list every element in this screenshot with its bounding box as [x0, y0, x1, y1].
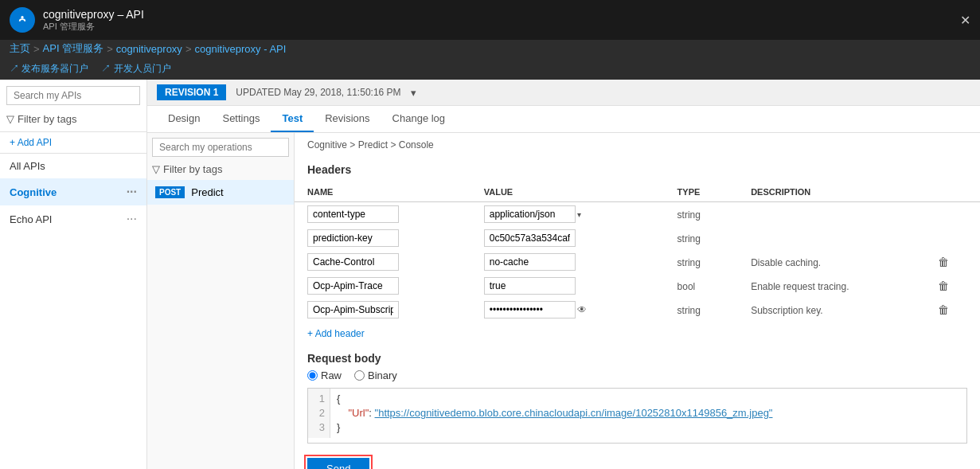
header-value-password-input[interactable]	[484, 301, 576, 319]
add-api-button[interactable]: + Add API	[0, 131, 146, 154]
tab-settings[interactable]: Settings	[211, 106, 271, 132]
line-numbers: 1 2 3	[308, 389, 330, 438]
search-apis-input[interactable]	[6, 86, 140, 105]
delete-header-button[interactable]: 🗑	[938, 256, 949, 268]
eye-icon[interactable]: 👁	[577, 304, 587, 315]
radio-group: Raw Binary	[307, 369, 967, 381]
header-value-input[interactable]	[484, 253, 576, 271]
header-value-cell	[471, 250, 665, 274]
radio-raw-label[interactable]: Raw	[307, 369, 342, 381]
header-name-input[interactable]	[307, 205, 399, 223]
header-name-input[interactable]	[307, 301, 399, 319]
ellipsis-icon[interactable]: ···	[127, 212, 137, 226]
publish-portal-link[interactable]: 发布服务器门户	[10, 62, 88, 76]
breadcrumb-api[interactable]: cognitiveproxy - API	[194, 43, 286, 55]
header-name-input[interactable]	[307, 229, 399, 247]
col-type: TYPE	[665, 182, 739, 202]
header-action-cell: 🗑	[925, 250, 980, 274]
breadcrumb: 主页 > API 管理服务 > cognitiveproxy > cogniti…	[0, 40, 980, 57]
ops-item-predict[interactable]: POST Predict	[147, 180, 294, 205]
filter-icon: ▽	[6, 113, 14, 125]
main-layout: ▽ Filter by tags + Add API All APIs Cogn…	[0, 80, 980, 469]
sidebar-item-all-apis[interactable]: All APIs	[0, 154, 146, 178]
header-value-input[interactable]	[484, 277, 576, 295]
header-value-cell	[471, 274, 665, 298]
header-action-cell	[925, 202, 980, 227]
code-lines: 1 2 3 { "Url": "https://cognitivedemo.bl…	[308, 389, 966, 438]
header-action-cell: 🗑	[925, 298, 980, 322]
header-desc-cell	[738, 226, 924, 250]
search-operations-input[interactable]	[152, 138, 289, 157]
tab-design[interactable]: Design	[157, 106, 211, 132]
breadcrumb-home[interactable]: 主页	[10, 41, 30, 56]
sidebar-filter: ▽ Filter by tags	[0, 111, 146, 131]
sidebar-item-label: All APIs	[10, 160, 45, 172]
tab-revisions[interactable]: Revisions	[314, 106, 381, 132]
send-area: Send	[295, 450, 980, 469]
filter-label: Filter by tags	[18, 113, 76, 125]
method-badge-post: POST	[155, 186, 185, 198]
table-row: 👁 string Subscription key. 🗑	[295, 298, 980, 322]
add-header-button[interactable]: + Add header	[295, 322, 980, 346]
app-main-title: cognitiveproxy – API	[43, 8, 144, 21]
operations-panel: ▽ Filter by tags POST Predict	[147, 133, 295, 469]
header-name-cell	[295, 226, 471, 250]
ops-search-container	[147, 133, 294, 162]
sidebar-search-container	[0, 80, 146, 111]
breadcrumb-proxy[interactable]: cognitiveproxy	[116, 43, 182, 55]
delete-header-button[interactable]: 🗑	[938, 303, 949, 316]
content-area: REVISION 1 UPDATED May 29, 2018, 11:50:1…	[147, 80, 980, 469]
tab-change-log[interactable]: Change log	[381, 106, 457, 132]
header-type-cell: string	[665, 250, 739, 274]
header-value-cell: ▾	[471, 202, 665, 227]
header-name-input[interactable]	[307, 253, 399, 271]
table-row: string Disable caching. 🗑	[295, 250, 980, 274]
tab-test[interactable]: Test	[271, 106, 314, 132]
table-row: bool Enable request tracing. 🗑	[295, 274, 980, 298]
header-name-input[interactable]	[307, 277, 399, 295]
svg-point-1	[21, 16, 23, 18]
code-editor[interactable]: 1 2 3 { "Url": "https://cognitivedemo.bl…	[307, 388, 967, 444]
tabs: Design Settings Test Revisions Change lo…	[147, 106, 980, 133]
sidebar-item-echo-api[interactable]: Echo API ···	[0, 205, 146, 233]
header-name-cell	[295, 274, 471, 298]
header-desc-cell: Enable request tracing.	[738, 274, 924, 298]
header-action-cell	[925, 226, 980, 250]
header-name-cell	[295, 250, 471, 274]
request-body-section: Request body Raw Binary	[295, 346, 980, 450]
close-button[interactable]: ✕	[960, 13, 970, 28]
radio-binary[interactable]	[354, 370, 365, 381]
delete-header-button[interactable]: 🗑	[938, 279, 949, 292]
sidebar: ▽ Filter by tags + Add API All APIs Cogn…	[0, 80, 147, 469]
developer-portal-link[interactable]: 开发人员门户	[101, 62, 170, 76]
ellipsis-icon[interactable]: ···	[127, 185, 137, 199]
ops-filter-label: Filter by tags	[163, 163, 222, 175]
header-desc-cell: Subscription key.	[738, 298, 924, 322]
header-desc-cell	[738, 202, 924, 227]
revision-chevron-icon[interactable]: ▾	[411, 87, 416, 99]
headers-table: NAME VALUE TYPE DESCRIPTION	[295, 182, 980, 322]
sidebar-item-cognitive[interactable]: Cognitive ···	[0, 178, 146, 205]
header-type-cell: string	[665, 202, 739, 227]
header-name-cell	[295, 202, 471, 227]
ops-item-label: Predict	[191, 186, 223, 198]
col-actions	[925, 182, 980, 202]
header-desc-cell: Disable caching.	[738, 250, 924, 274]
radio-raw[interactable]	[307, 370, 318, 381]
app-title-block: cognitiveproxy – API API 管理服务	[43, 8, 144, 33]
console-area: Cognitive > Predict > Console Headers NA…	[295, 133, 980, 469]
revision-bar: REVISION 1 UPDATED May 29, 2018, 11:50:1…	[147, 80, 980, 106]
request-body-title: Request body	[307, 352, 967, 369]
dropdown-icon[interactable]: ▾	[577, 210, 581, 219]
breadcrumb-service[interactable]: API 管理服务	[43, 41, 104, 56]
header-value-input[interactable]	[484, 229, 576, 247]
header-value-input[interactable]	[484, 205, 576, 223]
radio-binary-label[interactable]: Binary	[354, 369, 397, 381]
send-button[interactable]: Send	[307, 458, 369, 469]
table-row: string	[295, 226, 980, 250]
console-breadcrumb: Cognitive > Predict > Console	[295, 133, 980, 157]
col-description: DESCRIPTION	[738, 182, 924, 202]
table-header-row: NAME VALUE TYPE DESCRIPTION	[295, 182, 980, 202]
ops-filter-icon: ▽	[152, 163, 160, 175]
col-name: NAME	[295, 182, 471, 202]
